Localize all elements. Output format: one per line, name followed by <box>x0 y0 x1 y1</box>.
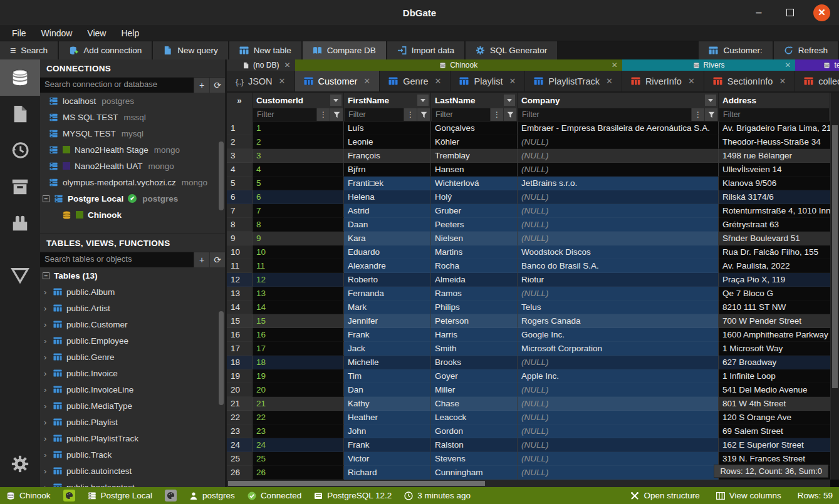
column-header-firstname[interactable]: FirstName <box>344 93 431 108</box>
cell-id[interactable]: 7 <box>253 204 344 218</box>
cell-id[interactable]: 18 <box>253 356 344 369</box>
cell-id[interactable]: 10 <box>253 245 344 259</box>
cell-last[interactable]: Ralston <box>431 438 518 452</box>
grid-horizontal-scrollbar[interactable] <box>227 480 830 487</box>
toolbar-button-customer[interactable]: Customer: <box>699 41 772 59</box>
tab-group-header[interactable]: Rivers✕ <box>622 59 795 71</box>
cell-company[interactable]: (NULL) <box>518 163 719 177</box>
filter-funnel-button[interactable] <box>330 108 343 121</box>
cell-first[interactable]: John <box>344 424 431 438</box>
cell-address[interactable]: 700 W Pender Street <box>719 314 830 328</box>
row-number[interactable]: 13 <box>227 287 253 301</box>
expand-chevron-icon[interactable]: › <box>44 418 49 427</box>
expand-chevron-icon[interactable]: › <box>44 450 49 460</box>
row-number[interactable]: 25 <box>227 452 253 466</box>
cell-company[interactable]: (NULL) <box>518 424 719 438</box>
cell-id[interactable]: 11 <box>253 259 344 273</box>
grid-vertical-scrollbar[interactable] <box>830 93 839 480</box>
row-number[interactable]: 2 <box>227 135 253 149</box>
cell-id[interactable]: 5 <box>253 177 344 190</box>
row-number[interactable]: 3 <box>227 149 253 163</box>
tab-sectioninfo[interactable]: SectionInfo✕ <box>704 71 795 91</box>
expand-chevron-icon[interactable]: › <box>44 369 49 378</box>
filter-input[interactable]: Filter <box>253 108 316 121</box>
cell-address[interactable]: 1600 Amphitheatre Parkway <box>719 328 830 342</box>
cell-address[interactable]: Rilská 3174/6 <box>719 190 830 204</box>
table-item-Employee[interactable]: ›public.Employee <box>40 332 225 349</box>
row-number[interactable]: 10 <box>227 245 253 259</box>
cell-id[interactable]: 17 <box>253 342 344 356</box>
cell-address[interactable]: Av. Brigadeiro Faria Lima, 2170 <box>719 121 830 135</box>
cell-address[interactable]: Grétrystraat 63 <box>719 218 830 232</box>
palette-icon[interactable] <box>165 490 177 501</box>
row-number[interactable]: 19 <box>227 369 253 383</box>
cell-company[interactable]: Google Inc. <box>518 328 719 342</box>
expand-chevron-icon[interactable]: › <box>44 336 49 346</box>
cell-address[interactable]: Praça Pio X, 119 <box>719 273 830 287</box>
row-number[interactable]: 17 <box>227 342 253 356</box>
cell-id[interactable]: 23 <box>253 424 344 438</box>
cell-first[interactable]: Fernanda <box>344 287 431 301</box>
connection-item-MYSQL TEST[interactable]: MYSQL TESTmysql <box>40 125 225 141</box>
toolbar-button-add-connection[interactable]: Add connection <box>59 41 152 59</box>
expand-chevron-icon[interactable]: › <box>44 304 49 313</box>
row-number[interactable]: 16 <box>227 328 253 342</box>
statusbar-item-chinook[interactable]: Chinook <box>6 491 51 500</box>
row-number[interactable]: 9 <box>227 232 253 245</box>
cell-address[interactable]: Rua Dr. Falcăo Filho, 155 <box>719 245 830 259</box>
cell-last[interactable]: Martins <box>431 245 518 259</box>
cell-address[interactable]: Rotenturmstraße 4, 1010 Innere Stadt <box>719 204 830 218</box>
refresh-connections-button[interactable]: ⟳ <box>210 78 225 93</box>
menu-view[interactable]: View <box>80 27 113 39</box>
column-dropdown-icon[interactable] <box>330 95 341 106</box>
menu-window[interactable]: Window <box>34 27 80 39</box>
cell-last[interactable]: Tremblay <box>431 149 518 163</box>
cell-id[interactable]: 13 <box>253 287 344 301</box>
filter-funnel-button[interactable] <box>705 108 717 121</box>
row-number[interactable]: 26 <box>227 466 253 480</box>
filter-menu-button[interactable]: ⋮ <box>692 108 704 121</box>
cell-address[interactable]: Klanova 9/506 <box>719 177 830 190</box>
cell-id[interactable]: 26 <box>253 466 344 480</box>
collapse-toggle[interactable]: − <box>43 272 50 279</box>
toolbar-button-refresh[interactable]: Refresh <box>774 41 838 59</box>
toolbar-button-new-query[interactable]: New query <box>153 41 228 59</box>
minimize-button[interactable]: – <box>751 4 767 21</box>
cell-last[interactable]: Gordon <box>431 424 518 438</box>
filter-input[interactable]: Filter <box>345 108 404 121</box>
filter-funnel-button[interactable] <box>504 108 516 121</box>
cell-id[interactable]: 16 <box>253 328 344 342</box>
cell-company[interactable]: (NULL) <box>518 232 719 245</box>
cell-last[interactable]: Miller <box>431 383 518 397</box>
sidebar-settings-icon[interactable] <box>0 446 40 482</box>
cell-address[interactable]: 162 E Superior Street <box>719 438 830 452</box>
cell-company[interactable]: Rogers Canada <box>518 314 719 328</box>
close-tab-icon[interactable]: ✕ <box>509 76 516 86</box>
cell-company[interactable]: (NULL) <box>518 411 719 424</box>
cell-address[interactable]: 8210 111 ST NW <box>719 301 830 314</box>
connection-item-MS SQL TEST[interactable]: MS SQL TESTmssql <box>40 109 225 125</box>
cell-last[interactable]: Harris <box>431 328 518 342</box>
close-tab-icon[interactable]: ✕ <box>779 76 786 86</box>
expand-chevron-icon[interactable]: › <box>44 320 49 329</box>
cell-last[interactable]: Almeida <box>431 273 518 287</box>
connections-search-input[interactable]: Search connection or database <box>40 78 194 93</box>
row-number[interactable]: 1 <box>227 121 253 135</box>
add-table-mini-button[interactable]: + <box>194 252 209 267</box>
collapse-toggle[interactable]: − <box>43 195 50 202</box>
cell-company[interactable]: (NULL) <box>518 452 719 466</box>
cell-first[interactable]: Alexandre <box>344 259 431 273</box>
cell-last[interactable]: Cunningham <box>431 466 518 480</box>
maximize-button[interactable] <box>782 4 798 21</box>
expand-chevron-icon[interactable]: › <box>44 434 49 443</box>
toolbar-button-import-data[interactable]: Import data <box>387 41 464 59</box>
cell-first[interactable]: Franti□ek <box>344 177 431 190</box>
cell-first[interactable]: Helena <box>344 190 431 204</box>
cell-id[interactable]: 20 <box>253 383 344 397</box>
table-item-PlaylistTrack[interactable]: ›public.PlaylistTrack <box>40 430 225 446</box>
cell-last[interactable]: Stevens <box>431 452 518 466</box>
connection-item-localhost[interactable]: localhostpostgres <box>40 93 225 109</box>
row-number[interactable]: 22 <box>227 411 253 424</box>
cell-first[interactable]: Victor <box>344 452 431 466</box>
cell-last[interactable]: Holý <box>431 190 518 204</box>
